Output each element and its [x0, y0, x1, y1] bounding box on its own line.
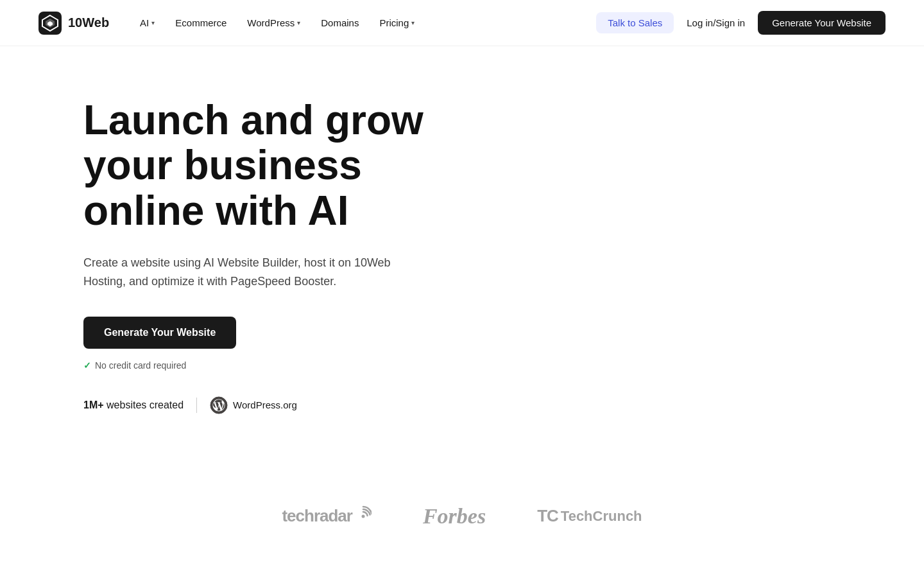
techcrunch-text: TechCrunch — [561, 508, 642, 525]
forbes-text: Forbes — [423, 504, 486, 528]
hero-title: Launch and grow your business online wit… — [83, 98, 424, 233]
press-logo-techcrunch: TC TechCrunch — [537, 506, 642, 526]
wordpress-badge: WordPress.org — [210, 396, 297, 414]
logo-icon — [38, 12, 62, 35]
generate-website-hero-button[interactable]: Generate Your Website — [83, 317, 236, 349]
chevron-down-icon: ▾ — [151, 19, 155, 26]
navbar: 10Web AI ▾ Ecommerce WordPress ▾ Domains… — [0, 0, 924, 46]
press-logo-techradar: techradar — [282, 505, 372, 527]
nav-item-pricing[interactable]: Pricing ▾ — [372, 12, 422, 33]
trust-row: 1M+ websites created WordPress.org — [83, 371, 424, 414]
nav-item-domains[interactable]: Domains — [313, 12, 366, 33]
techradar-text: techradar — [282, 506, 352, 526]
nav-links: AI ▾ Ecommerce WordPress ▾ Domains Prici… — [132, 12, 422, 33]
wordpress-icon — [210, 396, 228, 414]
talk-to-sales-button[interactable]: Talk to Sales — [596, 12, 674, 33]
no-credit-card-notice: ✓ No credit card required — [83, 360, 424, 371]
nav-item-ecommerce[interactable]: Ecommerce — [167, 12, 234, 33]
no-credit-label: No credit card required — [95, 360, 186, 371]
svg-point-6 — [361, 515, 364, 518]
techradar-icon — [355, 505, 372, 527]
press-logo-forbes: Forbes — [423, 504, 486, 529]
nav-left: 10Web AI ▾ Ecommerce WordPress ▾ Domains… — [38, 12, 422, 35]
hero-subtitle: Create a website using AI Website Builde… — [83, 254, 391, 291]
press-section: techradar Forbes TC TechCrunch — [0, 466, 924, 567]
trust-divider — [196, 398, 197, 413]
hero-section: Launch and grow your business online wit… — [0, 46, 924, 453]
chevron-down-icon: ▾ — [297, 19, 300, 26]
brand-name: 10Web — [68, 15, 109, 30]
login-button[interactable]: Log in/Sign in — [687, 17, 745, 28]
nav-item-ai[interactable]: AI ▾ — [132, 12, 162, 33]
hero-content: Launch and grow your business online wit… — [0, 46, 462, 453]
website-count: 1M+ websites created — [83, 399, 184, 411]
check-icon: ✓ — [83, 360, 91, 371]
nav-item-wordpress[interactable]: WordPress ▾ — [239, 12, 308, 33]
generate-website-nav-button[interactable]: Generate Your Website — [758, 11, 886, 35]
chevron-down-icon: ▾ — [411, 19, 415, 26]
nav-right: Talk to Sales Log in/Sign in Generate Yo… — [596, 11, 886, 35]
wordpress-label: WordPress.org — [233, 399, 297, 410]
techcrunch-tc: TC — [537, 506, 558, 526]
logo-link[interactable]: 10Web — [38, 12, 109, 35]
